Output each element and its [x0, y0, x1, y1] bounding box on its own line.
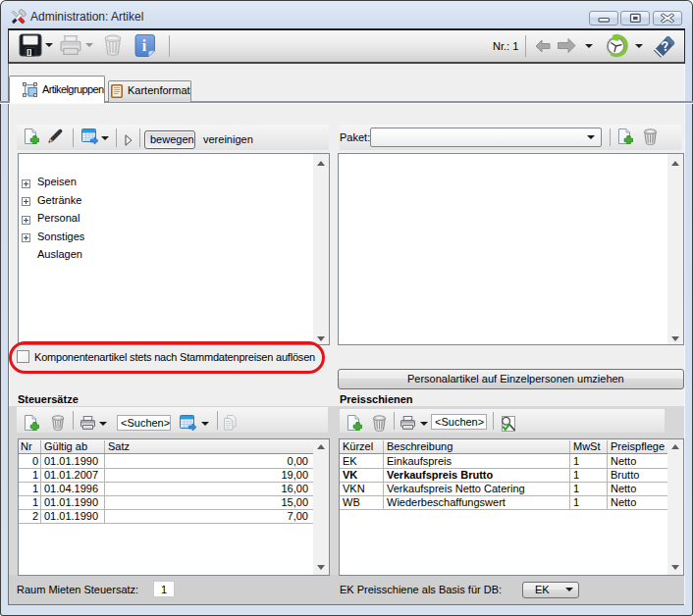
svg-text:i: i — [142, 37, 147, 54]
